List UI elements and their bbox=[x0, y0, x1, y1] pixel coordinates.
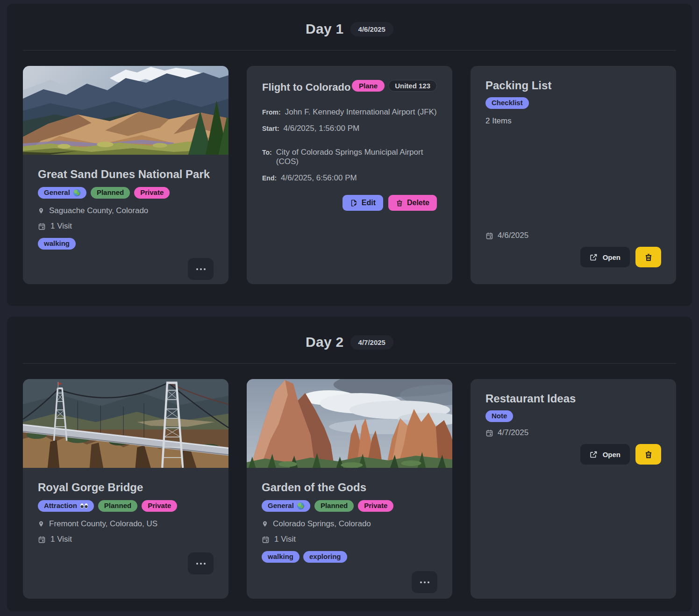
card-image-sand-dunes-photo bbox=[23, 66, 228, 155]
calendar-icon bbox=[485, 429, 493, 437]
location-text: Fremont County, Colorado, US bbox=[49, 519, 157, 529]
activity-tag: exploring bbox=[303, 551, 347, 563]
location-row: Fremont County, Colorado, US bbox=[38, 519, 157, 529]
note-date-row: 4/7/2025 bbox=[485, 428, 528, 437]
note-type-badge: Note bbox=[485, 410, 513, 422]
location-text: Colorado Springs, Colorado bbox=[273, 519, 371, 529]
tag-privacy: Private bbox=[142, 500, 177, 512]
activity-tags: walking bbox=[38, 238, 76, 250]
flight-badges: Plane United 123 bbox=[352, 80, 437, 92]
location-pin-icon bbox=[38, 520, 44, 528]
header-divider bbox=[23, 50, 676, 50]
items-count: 2 Items bbox=[485, 116, 512, 126]
more-options-icon bbox=[420, 581, 429, 583]
more-options-button[interactable] bbox=[188, 258, 214, 280]
day-title: Day 2 bbox=[306, 334, 344, 350]
visits-text: 1 Visit bbox=[50, 222, 72, 231]
edit-button[interactable]: Edit bbox=[342, 195, 383, 211]
more-options-button[interactable] bbox=[412, 571, 437, 593]
calendar-icon bbox=[38, 536, 46, 544]
tag-status: Planned bbox=[98, 500, 137, 512]
tag-privacy: Private bbox=[134, 187, 170, 199]
more-options-button[interactable] bbox=[188, 552, 214, 574]
place-title: Garden of the Gods bbox=[262, 481, 366, 494]
flight-from-row: From: John F. Kennedy International Airp… bbox=[262, 107, 437, 117]
open-button[interactable]: Open bbox=[580, 444, 630, 465]
checklist-title: Packing List bbox=[485, 79, 551, 92]
day-title: Day 1 bbox=[306, 21, 344, 37]
day-date-badge: 4/7/2025 bbox=[350, 335, 393, 350]
flight-card: Flight to Colorado Plane United 123 From… bbox=[247, 66, 452, 284]
day-1-cards: Great Sand Dunes National Park General P… bbox=[23, 66, 676, 284]
tag-category: Attraction bbox=[38, 500, 94, 512]
start-value: 4/6/2025, 1:56:00 PM bbox=[284, 124, 360, 133]
place-title: Royal Gorge Bridge bbox=[38, 481, 143, 494]
tag-list: General Planned Private bbox=[38, 187, 170, 199]
checklist-date: 4/6/2025 bbox=[498, 231, 528, 240]
edit-document-icon bbox=[350, 199, 358, 207]
place-title: Great Sand Dunes National Park bbox=[38, 168, 210, 181]
activity-tag: walking bbox=[38, 238, 76, 250]
day-1-section: Day 1 4/6/2025 bbox=[7, 4, 692, 306]
tag-list: Attraction Planned Private bbox=[38, 500, 177, 512]
day-2-section: Day 2 4/7/2025 bbox=[7, 317, 692, 611]
globe-icon bbox=[297, 502, 304, 509]
card-image-royal-gorge-photo bbox=[23, 379, 228, 468]
to-value: City of Colorado Springs Municipal Airpo… bbox=[276, 148, 437, 166]
calendar-icon bbox=[262, 536, 270, 544]
trash-icon bbox=[396, 199, 403, 207]
tag-status: Planned bbox=[314, 500, 354, 512]
place-card-garden-of-the-gods: Garden of the Gods General Planned Priva… bbox=[247, 379, 452, 599]
header-divider bbox=[23, 363, 676, 364]
delete-button[interactable]: Delete bbox=[388, 195, 437, 211]
external-link-icon bbox=[590, 451, 598, 458]
visits-row: 1 Visit bbox=[38, 535, 72, 544]
flight-to-row: To: City of Colorado Springs Municipal A… bbox=[262, 148, 437, 166]
tag-list: General Planned Private bbox=[262, 500, 393, 512]
tag-status: Planned bbox=[91, 187, 130, 199]
eyes-icon bbox=[80, 503, 88, 509]
trash-icon bbox=[644, 253, 653, 262]
location-row: Saguache County, Colorado bbox=[38, 206, 148, 215]
external-link-icon bbox=[590, 253, 598, 261]
from-label: From: bbox=[262, 108, 281, 116]
flight-start-row: Start: 4/6/2025, 1:56:00 PM bbox=[262, 124, 359, 133]
to-label: To: bbox=[262, 149, 272, 156]
more-options-icon bbox=[196, 563, 206, 565]
delete-checklist-button[interactable] bbox=[635, 247, 661, 267]
calendar-icon bbox=[485, 232, 493, 240]
flight-type-badge: Plane bbox=[352, 80, 385, 92]
end-value: 4/6/2025, 6:56:00 PM bbox=[281, 173, 357, 183]
checklist-type-badge: Checklist bbox=[485, 97, 529, 109]
activity-tags: walking exploring bbox=[262, 551, 347, 563]
place-card-royal-gorge: Royal Gorge Bridge Attraction Planned Pr… bbox=[23, 379, 228, 599]
delete-note-button[interactable] bbox=[635, 444, 661, 465]
checklist-card: Packing List Checklist 2 Items 4/6/2025 bbox=[471, 66, 676, 284]
day-2-header: Day 2 4/7/2025 bbox=[23, 332, 676, 352]
checklist-date-row: 4/6/2025 bbox=[485, 231, 528, 240]
note-title: Restaurant Ideas bbox=[485, 392, 576, 405]
visits-text: 1 Visit bbox=[274, 535, 296, 544]
tag-category: General bbox=[38, 187, 86, 199]
note-date: 4/7/2025 bbox=[498, 428, 528, 437]
card-image-garden-of-the-gods-photo bbox=[247, 379, 452, 468]
visits-row: 1 Visit bbox=[262, 535, 296, 544]
more-options-icon bbox=[196, 268, 206, 270]
open-button[interactable]: Open bbox=[580, 247, 630, 267]
note-card: Restaurant Ideas Note 4/7/2025 Open bbox=[471, 379, 676, 599]
visits-row: 1 Visit bbox=[38, 222, 72, 231]
location-pin-icon bbox=[262, 520, 268, 528]
flight-number-badge: United 123 bbox=[388, 80, 437, 92]
from-value: John F. Kennedy International Airport (J… bbox=[285, 107, 437, 117]
trash-icon bbox=[644, 450, 653, 459]
day-2-cards: Royal Gorge Bridge Attraction Planned Pr… bbox=[23, 379, 676, 599]
start-label: Start: bbox=[262, 125, 279, 132]
location-row: Colorado Springs, Colorado bbox=[262, 519, 371, 529]
flight-end-row: End: 4/6/2025, 6:56:00 PM bbox=[262, 173, 357, 183]
calendar-icon bbox=[38, 222, 46, 230]
end-label: End: bbox=[262, 174, 277, 182]
day-date-badge: 4/6/2025 bbox=[350, 22, 393, 36]
location-text: Saguache County, Colorado bbox=[49, 206, 148, 215]
visits-text: 1 Visit bbox=[50, 535, 72, 544]
tag-category: General bbox=[262, 500, 310, 512]
